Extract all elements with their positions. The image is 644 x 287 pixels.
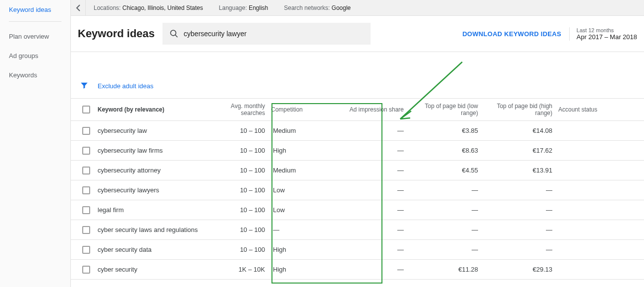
row-checkbox[interactable]: [78, 266, 95, 274]
search-icon: [169, 29, 179, 39]
date-range-value: Apr 2017 – Mar 2018: [577, 33, 637, 41]
language-value: English: [249, 4, 268, 11]
search-box[interactable]: [162, 23, 371, 45]
targeting-language[interactable]: Language: English: [211, 4, 276, 11]
svg-point-0: [171, 30, 176, 36]
select-all-checkbox[interactable]: [78, 102, 95, 117]
cell-impression-share: —: [308, 186, 407, 194]
cell-competition: Low: [268, 206, 308, 214]
col-bid-low[interactable]: Top of page bid (low range): [407, 99, 481, 120]
cell-bid-high: —: [481, 226, 555, 233]
cell-searches: 10 – 100: [204, 167, 268, 174]
cell-competition: —: [268, 226, 308, 233]
cell-searches: 10 – 100: [204, 127, 268, 134]
cell-impression-share: —: [308, 127, 407, 134]
cell-keyword: cybersecurity law: [95, 127, 204, 134]
targeting-networks[interactable]: Search networks: Google: [276, 4, 359, 11]
cell-competition: Low: [268, 186, 308, 194]
svg-line-1: [175, 35, 178, 37]
sidebar-item-ad-groups[interactable]: Ad groups: [0, 46, 70, 65]
cell-searches: 10 – 100: [204, 226, 268, 233]
row-checkbox[interactable]: [78, 167, 95, 174]
cell-bid-low: —: [407, 186, 481, 194]
cell-impression-share: —: [308, 226, 407, 233]
table-row[interactable]: cyber security data10 – 100High———: [71, 240, 644, 260]
keywords-table: Keyword (by relevance) Avg. monthly sear…: [71, 98, 644, 280]
cell-impression-share: —: [308, 266, 407, 273]
sidebar-item-keyword-ideas[interactable]: Keyword ideas: [0, 0, 70, 19]
cell-keyword: cyber security data: [95, 246, 204, 253]
row-checkbox[interactable]: [78, 226, 95, 234]
sidebar-item-plan-overview[interactable]: Plan overview: [0, 27, 70, 46]
sidebar-item-keywords[interactable]: Keywords: [0, 65, 70, 85]
filter-bar: Exclude adult ideas: [71, 74, 644, 98]
col-bid-high[interactable]: Top of page bid (high range): [481, 99, 555, 120]
row-checkbox[interactable]: [78, 206, 95, 214]
cell-searches: 10 – 100: [204, 246, 268, 253]
download-keyword-ideas-button[interactable]: DOWNLOAD KEYWORD IDEAS: [462, 30, 561, 38]
sidebar-divider: [9, 21, 61, 22]
row-checkbox[interactable]: [78, 246, 95, 254]
cell-bid-low: —: [407, 246, 481, 253]
col-keyword[interactable]: Keyword (by relevance): [95, 102, 204, 117]
col-impression-share[interactable]: Ad impression share: [308, 102, 407, 117]
search-input[interactable]: [184, 30, 364, 38]
cell-bid-high: —: [481, 246, 555, 253]
cell-bid-high: €17.62: [481, 147, 555, 154]
table-row[interactable]: cybersecurity law10 – 100Medium—€3.85€14…: [71, 121, 644, 141]
table-row[interactable]: legal firm10 – 100Low———: [71, 200, 644, 220]
cell-bid-high: —: [481, 186, 555, 194]
sidebar: Keyword ideas Plan overview Ad groups Ke…: [0, 0, 71, 287]
cell-impression-share: —: [308, 206, 407, 214]
date-range-selector[interactable]: Last 12 months Apr 2017 – Mar 2018: [569, 27, 637, 41]
col-competition[interactable]: Competition: [268, 102, 308, 117]
cell-keyword: cyber security: [95, 266, 204, 273]
cell-searches: 10 – 100: [204, 206, 268, 214]
row-checkbox[interactable]: [78, 186, 95, 194]
networks-value: Google: [331, 4, 351, 11]
cell-competition: High: [268, 246, 308, 253]
cell-bid-low: €8.63: [407, 147, 481, 154]
table-row[interactable]: cyber security1K – 10KHigh—€11.28€29.13: [71, 260, 644, 280]
cell-bid-low: —: [407, 206, 481, 214]
back-button[interactable]: [71, 0, 86, 16]
row-checkbox[interactable]: [78, 147, 95, 155]
cell-bid-high: €14.08: [481, 127, 555, 134]
table-row[interactable]: cyber security laws and regulations10 – …: [71, 220, 644, 240]
cell-competition: High: [268, 147, 308, 154]
targeting-locations[interactable]: Locations: Chicago, Illinois, United Sta…: [86, 4, 211, 11]
col-searches[interactable]: Avg. monthly searches: [204, 99, 268, 120]
col-account-status[interactable]: Account status: [555, 102, 625, 117]
table-header: Keyword (by relevance) Avg. monthly sear…: [71, 99, 644, 121]
cell-competition: Medium: [268, 127, 308, 134]
cell-impression-share: —: [308, 246, 407, 253]
locations-value: Chicago, Illinois, United States: [122, 4, 203, 11]
chevron-left-icon: [76, 4, 81, 11]
targeting-bar: Locations: Chicago, Illinois, United Sta…: [71, 0, 644, 16]
cell-bid-high: €13.91: [481, 167, 555, 174]
cell-keyword: legal firm: [95, 206, 204, 214]
cell-impression-share: —: [308, 167, 407, 174]
exclude-adult-ideas-link[interactable]: Exclude adult ideas: [98, 82, 154, 90]
cell-bid-high: —: [481, 206, 555, 214]
table-row[interactable]: cybersecurity attorney10 – 100Medium—€4.…: [71, 161, 644, 180]
date-range-label: Last 12 months: [577, 27, 637, 33]
table-row[interactable]: cybersecurity law firms10 – 100High—€8.6…: [71, 141, 644, 161]
filter-icon[interactable]: [80, 81, 89, 91]
table-row[interactable]: cybersecurity lawyers10 – 100Low———: [71, 180, 644, 200]
language-label: Language:: [219, 4, 247, 11]
cell-searches: 10 – 100: [204, 186, 268, 194]
cell-searches: 10 – 100: [204, 147, 268, 154]
cell-bid-high: €29.13: [481, 266, 555, 273]
cell-bid-low: €4.55: [407, 167, 481, 174]
cell-competition: Medium: [268, 167, 308, 174]
cell-bid-low: €3.85: [407, 127, 481, 134]
cell-bid-low: €11.28: [407, 266, 481, 273]
page-title: Keyword ideas: [78, 27, 155, 40]
header-row: Keyword ideas DOWNLOAD KEYWORD IDEAS Las…: [71, 16, 644, 52]
cell-searches: 1K – 10K: [204, 266, 268, 273]
locations-label: Locations:: [94, 4, 121, 11]
cell-keyword: cyber security laws and regulations: [95, 226, 204, 233]
row-checkbox[interactable]: [78, 127, 95, 135]
cell-impression-share: —: [308, 147, 407, 154]
